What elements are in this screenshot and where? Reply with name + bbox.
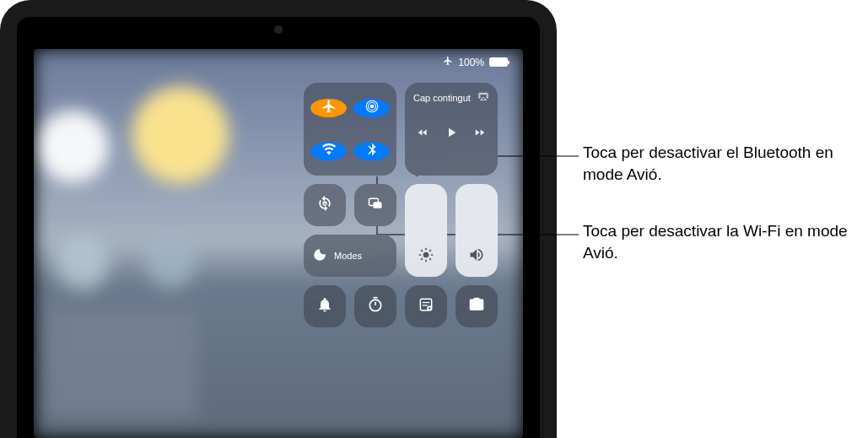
bell-icon [316,296,333,316]
tablet-screen: 100% Cap [34,49,523,438]
svg-line-13 [429,258,431,260]
brightness-icon [418,246,434,267]
airplane-mode-indicator-icon [443,56,453,68]
camera-icon [468,296,485,316]
svg-point-7 [423,252,429,258]
focus-modes-button[interactable]: Modes [304,235,396,277]
wifi-toggle[interactable] [310,142,347,160]
rotation-lock-icon [316,195,333,215]
battery-percent-label: 100% [458,57,484,68]
camera-button[interactable] [456,285,498,327]
svg-line-15 [429,250,431,251]
play-icon[interactable] [444,125,459,143]
airplane-icon [321,99,337,117]
airdrop-toggle[interactable] [353,99,390,117]
airdrop-icon [364,99,380,117]
airplane-mode-toggle[interactable] [310,99,347,117]
bluetooth-toggle[interactable] [353,142,390,160]
screen-mirroring-icon [367,195,384,215]
volume-icon [468,246,485,267]
media-playback-tile[interactable]: Cap contingut [405,83,498,176]
callout-wifi: Toca per desactivar la Wi-Fi en mode Avi… [583,220,853,264]
moon-icon [312,247,327,264]
airplay-icon[interactable] [477,91,489,105]
svg-point-0 [369,104,374,108]
rewind-icon[interactable] [417,127,429,142]
forward-icon[interactable] [474,127,486,142]
brightness-slider[interactable] [405,184,447,277]
quick-note-button[interactable] [405,285,447,327]
screen-mirroring-toggle[interactable] [354,184,396,226]
volume-slider[interactable] [456,184,498,277]
silent-mode-toggle[interactable] [304,285,346,327]
svg-rect-4 [324,202,326,203]
svg-line-14 [421,258,423,260]
svg-line-12 [421,250,423,251]
media-controls [417,125,486,143]
rotation-lock-toggle[interactable] [304,184,346,226]
timer-button[interactable] [354,285,396,327]
media-title-label: Cap contingut [413,93,471,103]
battery-icon [489,57,508,67]
timer-icon [367,296,384,316]
svg-rect-6 [374,202,382,208]
callout-bluetooth: Toca per desactivar el Bluetooth en mode… [583,142,853,186]
tablet-frame: 100% Cap [0,0,557,438]
front-camera [274,25,283,34]
bluetooth-icon [364,142,380,160]
connectivity-group[interactable] [304,83,396,176]
status-bar: 100% [443,56,508,68]
control-center: Cap contingut Modes [304,83,506,327]
notes-icon [418,296,434,316]
modes-label: Modes [334,251,362,261]
wifi-icon [321,142,337,160]
